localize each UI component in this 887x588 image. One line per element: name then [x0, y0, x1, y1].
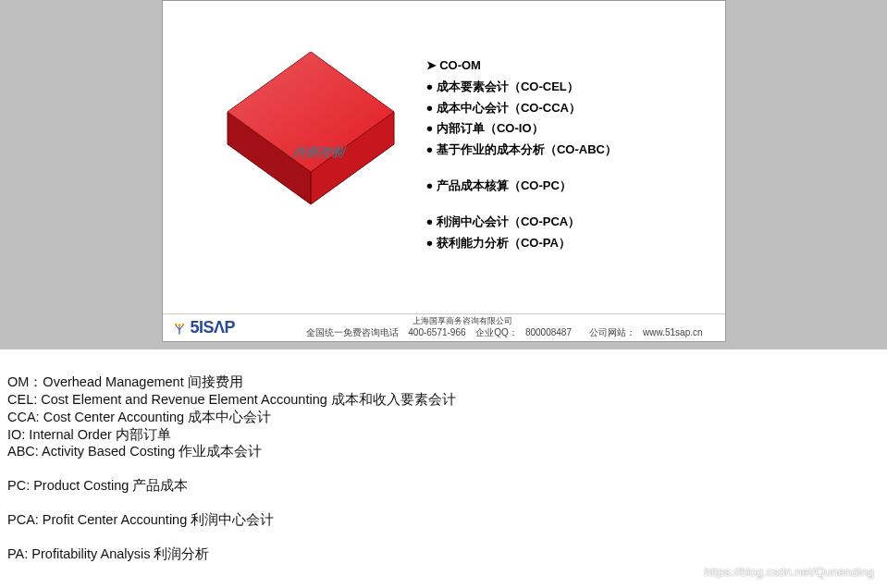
blank-line — [7, 495, 880, 511]
blank-line — [7, 529, 880, 545]
note-line: PA: Profitability Analysis 利润分析 — [7, 545, 880, 563]
bullet-list: CO-OM 成本要素会计（CO-CEL） 成本中心会计（CO-CCA） 内部订单… — [426, 56, 617, 254]
cube-graphic: 内部控制 — [209, 43, 413, 231]
list-gap — [426, 162, 617, 177]
list-item: 获利能力分析（CO-PA） — [426, 234, 617, 253]
svg-point-8 — [174, 323, 177, 325]
list-gap — [426, 198, 617, 213]
cube-label: 内部控制 — [290, 144, 349, 161]
hotline-value: 400-6571-966 — [408, 327, 465, 337]
list-item: 利润中心会计（CO-PCA） — [426, 213, 617, 232]
slide-footer: 5ISΛP 上海国享商务咨询有限公司 全国统一免费咨询电话 400-6571-9… — [163, 313, 725, 341]
note-line: CEL: Cost Element and Revenue Element Ac… — [7, 391, 880, 409]
qq-value: 800008487 — [525, 327, 572, 337]
list-item: CO-OM — [426, 56, 617, 76]
qq-label: 企业QQ： — [475, 327, 518, 337]
list-item: 成本要素会计（CO-CEL） — [426, 78, 617, 97]
logo-text: 5ISΛP — [191, 318, 236, 337]
hotline-label: 全国统一免费咨询电话 — [306, 327, 399, 337]
svg-point-7 — [178, 324, 180, 326]
list-item: 基于作业的成本分析（CO-ABC） — [426, 141, 617, 160]
svg-point-9 — [181, 323, 184, 325]
list-item: 产品成本核算（CO-PC） — [426, 177, 617, 196]
note-line: ABC: Activity Based Costing 作业成本会计 — [7, 443, 880, 460]
site-label: 公司网站： — [589, 327, 635, 337]
note-line: CCA: Cost Center Accounting 成本中心会计 — [7, 409, 880, 426]
site-value: www.51sap.cn — [643, 327, 702, 337]
note-line: PC: Product Costing 产品成本 — [7, 477, 880, 495]
notes-area[interactable]: OM：Overhead Management 间接费用 CEL: Cost El… — [0, 349, 887, 570]
tree-icon — [172, 321, 187, 336]
footer-contact: 全国统一免费咨询电话 400-6571-966 企业QQ：800008487 公… — [306, 326, 710, 339]
note-line: OM：Overhead Management 间接费用 — [7, 374, 880, 391]
watermark: https://blog.csdn.net/Qunending — [704, 565, 874, 579]
slide: 内部控制 CO-OM 成本要素会计（CO-CEL） 成本中心会计（CO-CCA）… — [162, 0, 726, 342]
footer-logo: 5ISΛP — [172, 318, 236, 337]
note-line: PCA: Profit Center Accounting 利润中心会计 — [7, 511, 880, 529]
list-item: 内部订单（CO-IO） — [426, 119, 617, 139]
list-item: 成本中心会计（CO-CCA） — [426, 99, 617, 118]
note-line: IO: Internal Order 内部订单 — [7, 426, 880, 444]
slide-area: 内部控制 CO-OM 成本要素会计（CO-CEL） 成本中心会计（CO-CCA）… — [0, 0, 887, 349]
blank-line — [7, 460, 880, 477]
cube-icon — [209, 43, 413, 227]
